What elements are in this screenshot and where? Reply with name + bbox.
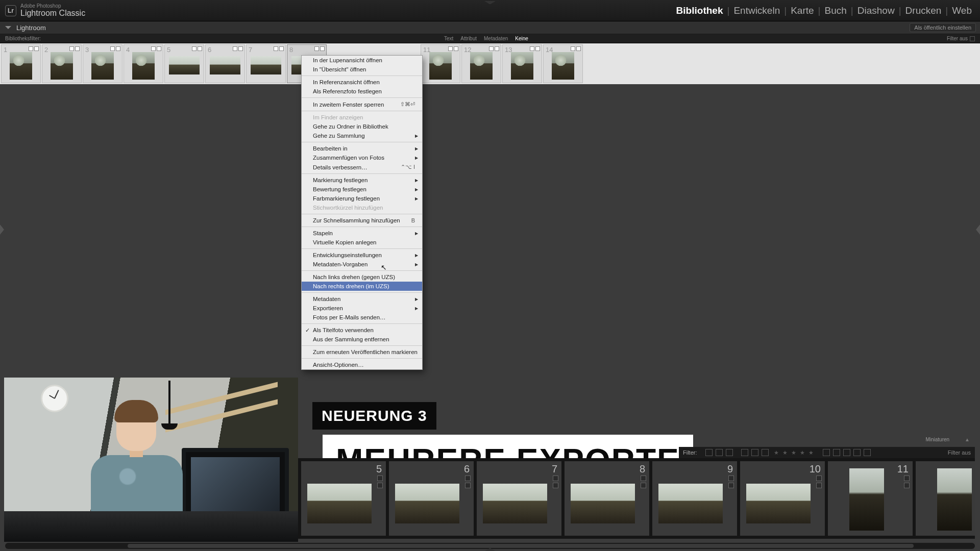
filter-keine[interactable]: Keine <box>515 36 528 41</box>
ctx-photo-merge[interactable]: Zusammenfügen von Fotos <box>302 153 422 162</box>
thumbnail[interactable] <box>251 56 281 74</box>
thumbnail[interactable] <box>571 484 635 523</box>
color-filter-icons[interactable] <box>823 449 871 456</box>
right-panel-reveal-icon[interactable] <box>976 224 980 235</box>
thumbnail[interactable] <box>91 52 114 80</box>
ctx-rotate-left[interactable]: Nach links drehen (gegen UZS) <box>302 272 422 282</box>
ctx-set-rating[interactable]: Bewertung festlegen <box>302 185 422 194</box>
thumbnail[interactable] <box>746 484 811 523</box>
grid-cell[interactable]: 12 <box>461 44 501 83</box>
filmstrip-cell[interactable]: 7 <box>477 461 561 536</box>
ctx-mark-republish[interactable]: Zum erneuten Veröffentlichen markieren <box>302 347 422 357</box>
grid-view[interactable]: 1 2 3 4 5 6 7 8 11 12 13 14 <box>0 43 980 84</box>
thumbnail[interactable] <box>10 52 32 80</box>
filter-lock-icon[interactable] <box>970 36 975 41</box>
thumbnail[interactable] <box>429 52 452 80</box>
filmstrip-cell[interactable]: 6 <box>389 461 474 536</box>
ctx-goto-folder[interactable]: Gehe zu Ordner in Bibliothek <box>302 122 422 131</box>
ctx-lock-second-window[interactable]: In zweitem Fenster sperren⇧⌘⏎ <box>302 99 422 109</box>
filter-metadaten[interactable]: Metadaten <box>484 36 508 41</box>
module-entwickeln[interactable]: Entwickeln <box>730 5 783 16</box>
thumbnail[interactable] <box>483 484 547 523</box>
thumbnail[interactable] <box>51 52 73 80</box>
ctx-goto-collection[interactable]: Gehe zu Sammlung <box>302 131 422 140</box>
ctx-set-reference[interactable]: Als Referenzfoto festlegen <box>302 87 422 96</box>
thumbnail[interactable] <box>210 56 240 74</box>
cell-index: 7 <box>249 46 252 54</box>
grid-cell[interactable]: 2 <box>42 44 82 83</box>
ctx-use-as-cover[interactable]: Als Titelfoto verwenden <box>302 325 422 335</box>
ctx-stacking[interactable]: Stapeln <box>302 229 422 238</box>
grid-cell[interactable]: 1 <box>1 44 41 83</box>
grid-cell[interactable]: 4 <box>124 44 163 83</box>
ctx-quick-collection[interactable]: Zur Schnellsammlung hinzufügenB <box>302 216 422 225</box>
lower-third-badge: NEUERUNG 3 <box>312 402 436 430</box>
ctx-edit-in[interactable]: Bearbeiten in <box>302 144 422 153</box>
filmstrip-cell[interactable]: 12 <box>916 461 975 536</box>
filmstrip-filter-aus[interactable]: Filter aus <box>948 449 971 456</box>
library-filter-bar: Bibliotheksfilter: Text Attribut Metadat… <box>0 34 980 43</box>
filmstrip-cell[interactable]: 11 <box>828 461 913 536</box>
thumbnail[interactable] <box>849 468 884 531</box>
thumbnail[interactable] <box>307 484 372 523</box>
filmstrip[interactable]: 5 6 7 8 9 10 11 12 13 <box>298 458 975 539</box>
thumbnail[interactable] <box>937 468 972 531</box>
grid-cell[interactable]: 13 <box>502 44 542 83</box>
grid-cell[interactable]: 6 <box>205 44 245 83</box>
filter-attribut[interactable]: Attribut <box>460 36 477 41</box>
ctx-enhance-details[interactable]: Details verbessern…⌃⌥ I <box>302 162 422 172</box>
ctx-set-color-label[interactable]: Farbmarkierung festlegen <box>302 194 422 203</box>
thumbnail[interactable] <box>169 56 200 74</box>
publish-button[interactable]: Als öffentlich einstellen <box>910 23 976 32</box>
thumbnail[interactable] <box>552 52 574 80</box>
ctx-remove-from-collection[interactable]: Aus der Sammlung entfernen <box>302 335 422 344</box>
webcam-overlay <box>4 378 298 542</box>
thumbnail[interactable] <box>395 484 459 523</box>
thumbnail[interactable] <box>511 52 533 80</box>
panel-handle-top[interactable] <box>484 1 496 4</box>
ctx-set-flag[interactable]: Markierung festlegen <box>302 176 422 185</box>
grid-cell[interactable]: 3 <box>83 44 122 83</box>
scrollbar-thumb[interactable] <box>128 544 914 548</box>
filter-preset-aus[interactable]: Filter aus <box>947 36 968 41</box>
ctx-rotate-right[interactable]: Nach rechts drehen (im UZS) <box>302 282 422 291</box>
grid-cell[interactable]: 7 <box>246 44 286 83</box>
filmstrip-cell[interactable]: 8 <box>565 461 649 536</box>
ctx-open-reference[interactable]: In Referenzansicht öffnen <box>302 78 422 87</box>
thumbnail[interactable] <box>132 52 155 80</box>
grid-cell[interactable]: 14 <box>543 44 583 83</box>
filmstrip-cell[interactable]: 5 <box>301 461 386 536</box>
module-karte[interactable]: Karte <box>788 5 817 16</box>
ctx-email-photos[interactable]: Fotos per E-Mails senden… <box>302 313 422 322</box>
collection-name[interactable]: Lightroom <box>16 24 46 32</box>
cell-index: 11 <box>897 463 909 475</box>
module-drucken[interactable]: Drucken <box>902 5 945 16</box>
ctx-export[interactable]: Exportieren <box>302 304 422 313</box>
ctx-view-options[interactable]: Ansicht-Optionen… <box>302 360 422 369</box>
view-mode-icons[interactable] <box>741 449 769 456</box>
panel-handle-bottom[interactable] <box>485 548 495 551</box>
filmstrip-cell[interactable]: 9 <box>652 461 737 536</box>
left-panel-reveal-icon[interactable] <box>0 224 4 235</box>
ctx-create-virtual-copy[interactable]: Virtuelle Kopien anlegen <box>302 238 422 247</box>
ctx-metadata-presets[interactable]: Metadaten-Vorgaben <box>302 260 422 269</box>
ctx-open-loupe[interactable]: In der Lupenansicht öffnen <box>302 56 422 65</box>
module-buch[interactable]: Buch <box>822 5 850 16</box>
filter-text[interactable]: Text <box>444 36 453 41</box>
chevron-down-icon[interactable] <box>5 26 11 29</box>
grid-cell[interactable]: 5 <box>164 44 204 83</box>
thumbnail[interactable] <box>658 484 723 523</box>
module-bibliothek[interactable]: Bibliothek <box>673 5 726 16</box>
filmstrip-cell[interactable]: 10 <box>740 461 825 536</box>
module-diashow[interactable]: Diashow <box>854 5 898 16</box>
grid-cell[interactable]: 11 <box>421 44 460 83</box>
flag-filter-icons[interactable] <box>705 449 733 456</box>
wall-clock-icon <box>41 385 68 412</box>
ctx-open-survey[interactable]: In "Übersicht" öffnen <box>302 65 422 74</box>
thumbnail[interactable] <box>470 52 493 80</box>
module-web[interactable]: Web <box>949 5 975 16</box>
thumbnail-size-label: Miniaturen▲ <box>925 437 970 442</box>
rating-filter[interactable]: ★ ★ ★ ★ ★ <box>774 449 815 456</box>
ctx-develop-settings[interactable]: Entwicklungseinstellungen <box>302 251 422 260</box>
ctx-metadata[interactable]: Metadaten <box>302 294 422 304</box>
